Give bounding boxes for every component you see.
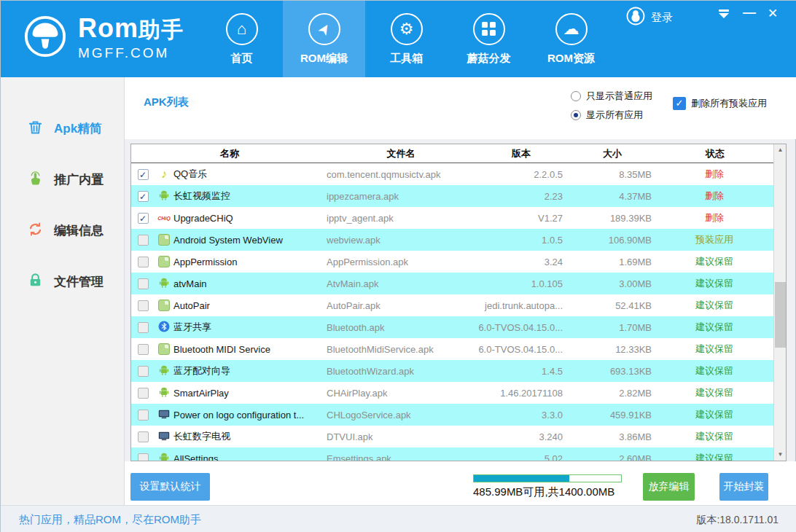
scroll-down-icon[interactable]: ▼ — [774, 449, 787, 461]
table-row[interactable]: Power on logo configuration t...CHLogoSe… — [131, 404, 774, 426]
scrollbar-thumb[interactable] — [775, 282, 786, 348]
row-checkbox[interactable]: ✓ — [138, 191, 149, 202]
col-header-version[interactable]: 版本 — [474, 144, 569, 163]
file-name: CHLogoService.apk — [327, 410, 472, 420]
set-default-stats-button[interactable]: 设置默认统计 — [130, 473, 210, 501]
row-checkbox[interactable]: ✓ — [138, 213, 149, 224]
row-checkbox[interactable] — [138, 235, 149, 246]
col-header-size[interactable]: 大小 — [569, 144, 656, 163]
progress-bar — [473, 474, 622, 482]
app-version: 2.2.0.5 — [472, 169, 567, 180]
progress-fill — [474, 475, 569, 482]
lock-icon — [27, 272, 44, 292]
table-row[interactable]: ✓CHiQUpgradeCHiQipptv_agent.apkV1.27189.… — [131, 207, 774, 229]
table-row[interactable]: SmartAirPlayCHAirPlay.apk1.46.201711082.… — [131, 382, 774, 404]
col-header-name[interactable]: 名称 — [131, 144, 328, 163]
app-size: 52.41KB — [567, 300, 655, 311]
status-label: 建议保留 — [655, 299, 774, 312]
start-package-button[interactable]: 开始封装 — [719, 473, 768, 501]
sidebar-item-file-manage[interactable]: 文件管理 — [1, 265, 125, 297]
mushroom-grid-icon — [473, 13, 505, 45]
app-green-icon — [158, 256, 170, 267]
scroll-up-icon[interactable]: ▲ — [774, 144, 787, 156]
nav-tab-mushroom-distribute[interactable]: 蘑菇分发 — [448, 1, 530, 77]
sidebar: Apk精简 推广内置 编辑信息 — [1, 77, 125, 505]
status-label: 删除 — [655, 211, 774, 224]
row-checkbox[interactable] — [138, 366, 149, 377]
radio-show-normal[interactable]: 只显示普通应用 — [571, 87, 652, 106]
table-row[interactable]: ✓长虹视频监控ippezcamera.apk2.234.37MB删除 — [131, 185, 774, 207]
table-row[interactable]: AppPermissionAppPermission.apk3.241.69MB… — [131, 251, 774, 273]
table-row[interactable]: atvMainAtvMain.apk1.0.1053.00MB建议保留 — [131, 273, 774, 294]
row-checkbox[interactable] — [138, 257, 149, 267]
sidebar-item-edit-info[interactable]: 编辑信息 — [1, 214, 125, 246]
app-logo: Rom助手 MGFF.COM — [23, 14, 184, 62]
app-size: 2.82MB — [567, 388, 655, 399]
table-row[interactable]: 蓝牙配对向导BluetoothWizard.apk1.4.5693.13KB建议… — [131, 360, 774, 382]
app-size: 12.33KB — [567, 344, 655, 355]
app-version: 3.24 — [472, 257, 567, 267]
app-version: 3.3.0 — [472, 410, 567, 420]
slogan-text: 热门应用，精品ROM，尽在ROM助手 — [19, 513, 201, 527]
app-size: 3.86MB — [567, 431, 655, 442]
minimize-icon[interactable]: — — [743, 8, 754, 20]
table-row[interactable]: Android System WebViewwebview.apk1.0.510… — [131, 229, 774, 251]
nav-tab-toolbox[interactable]: ⚙ 工具箱 — [365, 1, 448, 77]
table-row[interactable]: AllSettingsEmsettings.apk5.022.60MB建议保留 — [131, 447, 774, 461]
radio-circle-icon[interactable] — [571, 91, 581, 101]
app-version: V1.27 — [472, 213, 567, 224]
nav-tab-rom-edit[interactable]: ➤ ROM编辑 — [283, 1, 365, 77]
discard-edit-button[interactable]: 放弃编辑 — [643, 473, 695, 501]
app-size: 4.37MB — [567, 191, 655, 202]
skin-menu-icon[interactable] — [718, 9, 730, 19]
login-button[interactable]: 登录 — [626, 7, 673, 28]
status-label: 建议保留 — [655, 343, 774, 356]
main-nav: ⌂ 首页 ➤ ROM编辑 ⚙ 工具箱 蘑菇分发 ☁ ROM资源 — [200, 1, 612, 77]
row-checkbox[interactable] — [138, 300, 149, 311]
sidebar-item-apk-slim[interactable]: Apk精简 — [1, 112, 125, 144]
app-name: 蓝牙配对向导 — [173, 364, 327, 378]
table-row[interactable]: Bluetooth MIDI ServiceBluetoothMidiServi… — [131, 338, 774, 360]
col-header-status[interactable]: 状态 — [656, 144, 774, 163]
delete-all-preinstalled-checkbox[interactable]: ✓ 删除所有预装应用 — [673, 97, 767, 110]
login-label: 登录 — [651, 11, 673, 25]
row-checkbox[interactable] — [138, 322, 149, 333]
row-checkbox[interactable] — [138, 453, 149, 461]
nav-tab-home[interactable]: ⌂ 首页 — [200, 1, 283, 77]
vertical-scrollbar[interactable]: ▲ ▼ — [773, 144, 786, 461]
status-label: 建议保留 — [655, 255, 774, 268]
radio-circle-selected-icon[interactable] — [571, 110, 581, 120]
android-icon — [158, 364, 170, 378]
rom-edit-icon: ➤ — [308, 13, 340, 45]
cloud-icon: ☁ — [555, 13, 588, 45]
radio-show-all[interactable]: 显示所有应用 — [571, 106, 652, 125]
row-checkbox[interactable] — [138, 410, 149, 420]
row-checkbox[interactable] — [138, 388, 149, 399]
row-checkbox[interactable] — [138, 344, 149, 355]
mushroom-logo-icon — [23, 14, 68, 62]
table-row[interactable]: ✓♪QQ音乐com.tencent.qqmusictv.apk2.2.0.58.… — [131, 163, 774, 185]
nav-tab-rom-resource[interactable]: ☁ ROM资源 — [530, 1, 612, 77]
music-note-icon: ♪ — [161, 168, 167, 181]
refresh-icon — [27, 221, 44, 240]
row-checkbox[interactable] — [138, 431, 149, 442]
app-name: AllSettings — [173, 453, 327, 461]
row-checkbox[interactable]: ✓ — [138, 169, 149, 180]
app-name: SmartAirPlay — [173, 388, 327, 399]
table-row[interactable]: AutoPairAutoPair.apkjedi.trunk.autopa...… — [131, 294, 774, 316]
logo-subtitle: MGFF.COM — [78, 45, 184, 61]
checkbox-checked-icon[interactable]: ✓ — [673, 97, 686, 110]
close-icon[interactable]: ✕ — [768, 8, 779, 20]
app-version: 2.23 — [472, 191, 567, 202]
tv-icon — [158, 408, 170, 422]
table-row[interactable]: 长虹数字电视DTVUI.apk3.2403.86MB建议保留 — [131, 426, 774, 447]
app-name: Android System WebView — [173, 235, 327, 246]
col-header-filename[interactable]: 文件名 — [328, 144, 474, 163]
table-row[interactable]: 蓝牙共享Bluetooth.apk6.0-TVOS.04.15.0...1.70… — [131, 316, 774, 338]
file-name: AppPermission.apk — [327, 257, 472, 267]
row-checkbox[interactable] — [138, 278, 149, 289]
app-size: 693.13KB — [567, 366, 655, 377]
app-size: 3.00MB — [567, 278, 655, 289]
file-name: CHAirPlay.apk — [327, 388, 472, 399]
sidebar-item-promote[interactable]: 推广内置 — [1, 163, 125, 195]
